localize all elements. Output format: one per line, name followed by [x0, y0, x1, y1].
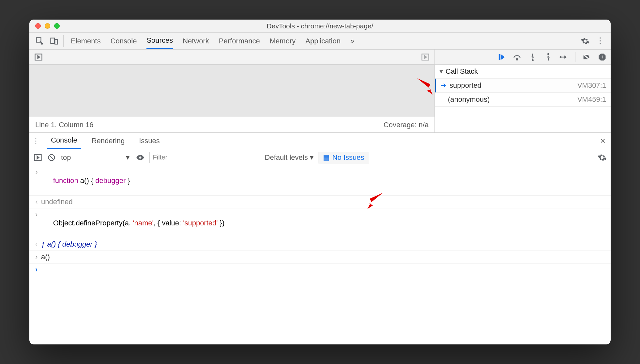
svg-point-9	[560, 56, 562, 58]
console-sidebar-toggle-icon[interactable]	[33, 153, 42, 162]
chevron-down-icon: ▾	[310, 153, 313, 162]
chevron-down-icon: ▾	[126, 153, 130, 162]
svg-point-6	[516, 58, 518, 60]
clear-console-icon[interactable]	[47, 153, 56, 162]
disclosure-triangle-icon: ▾	[439, 67, 443, 76]
svg-point-8	[547, 53, 549, 55]
kebab-menu-icon[interactable]: ⋮	[596, 37, 605, 46]
step-out-icon[interactable]	[544, 53, 553, 62]
tab-sources[interactable]: Sources	[146, 33, 173, 49]
drawer-tab-rendering[interactable]: Rendering	[88, 133, 129, 149]
settings-gear-icon[interactable]	[581, 37, 590, 46]
step-into-icon[interactable]	[528, 53, 537, 62]
drawer-kebab-icon[interactable]: ⋮	[31, 136, 40, 145]
drawer-close-icon[interactable]: ×	[600, 136, 605, 146]
coverage-status: Coverage: n/a	[384, 121, 429, 129]
tab-performance[interactable]: Performance	[219, 33, 260, 49]
tab-console[interactable]: Console	[111, 33, 137, 49]
resume-icon[interactable]	[497, 53, 506, 62]
filter-placeholder: Filter	[153, 154, 167, 161]
tab-application[interactable]: Application	[305, 33, 341, 49]
debugger-toolbar	[435, 50, 611, 65]
console-input-line: › a()	[29, 251, 611, 264]
traffic-minimize-icon[interactable]	[45, 23, 50, 29]
tab-network[interactable]: Network	[183, 33, 209, 49]
console-prompt-line[interactable]: ›	[29, 264, 611, 276]
issues-chip[interactable]: ▤ No Issues	[318, 152, 369, 163]
deactivate-breakpoints-icon[interactable]	[582, 53, 591, 62]
step-icon[interactable]	[559, 53, 569, 62]
traffic-zoom-icon[interactable]	[54, 23, 60, 29]
cursor-position: Line 1, Column 16	[35, 121, 94, 129]
execution-context-selector[interactable]: top ▾	[61, 153, 131, 162]
debugger-sidebar: ▾ Call Stack ➔ supported VM307:1 (anonym…	[434, 50, 611, 132]
pause-exceptions-icon[interactable]	[598, 53, 607, 62]
stack-frame-source: VM459:1	[577, 95, 606, 104]
step-over-icon[interactable]	[512, 53, 522, 62]
svg-rect-2	[55, 39, 57, 44]
context-label: top	[61, 153, 71, 162]
svg-rect-10	[602, 55, 602, 58]
sources-pane: Line 1, Column 16 Coverage: n/a	[29, 50, 611, 133]
devtools-tabbar: Elements Console Sources Network Perform…	[29, 33, 611, 50]
editor-status-bar: Line 1, Column 16 Coverage: n/a	[29, 117, 434, 132]
input-chevron-icon: ›	[32, 253, 41, 261]
console-output-line: ‹ ƒ a() { debugger }	[29, 238, 611, 251]
console-body[interactable]: › function a() { debugger } ‹ undefined …	[29, 166, 611, 276]
input-chevron-icon: ›	[32, 210, 41, 219]
console-settings-gear-icon[interactable]	[598, 153, 607, 162]
current-frame-arrow-icon: ➔	[440, 81, 446, 90]
levels-label: Default levels	[265, 153, 308, 162]
call-stack-title: Call Stack	[446, 67, 478, 76]
output-chevron-icon: ‹	[32, 198, 41, 206]
svg-rect-1	[51, 38, 55, 43]
stack-frame-name: (anonymous)	[448, 95, 490, 104]
svg-point-7	[532, 59, 534, 61]
input-chevron-icon: ›	[32, 168, 41, 176]
editor-toolbar	[29, 50, 434, 65]
drawer-tab-console[interactable]: Console	[47, 133, 81, 149]
window-title: DevTools - chrome://new-tab-page/	[29, 22, 611, 30]
traffic-close-icon[interactable]	[35, 23, 41, 29]
show-navigator-icon[interactable]	[34, 53, 43, 62]
drawer-tabbar: ⋮ Console Rendering Issues ×	[29, 133, 611, 149]
editor-body-empty	[29, 65, 434, 117]
debugger-sections: ▾ Call Stack ➔ supported VM307:1 (anonym…	[435, 65, 611, 107]
console-filter-input[interactable]: Filter	[149, 152, 260, 163]
svg-rect-5	[499, 54, 500, 60]
prompt-chevron-icon: ›	[32, 265, 41, 274]
issues-chip-icon: ▤	[323, 153, 330, 162]
live-expression-eye-icon[interactable]	[136, 153, 145, 162]
device-toggle-icon[interactable]	[50, 37, 59, 46]
issues-chip-label: No Issues	[332, 153, 364, 162]
drawer-tab-issues[interactable]: Issues	[135, 133, 164, 149]
stack-frame[interactable]: (anonymous) VM459:1	[435, 93, 611, 107]
console-output-line: ‹ undefined	[29, 196, 611, 208]
output-chevron-icon: ‹	[32, 240, 41, 249]
tabs-overflow[interactable]: »	[350, 33, 354, 49]
tab-memory[interactable]: Memory	[270, 33, 296, 49]
log-levels-selector[interactable]: Default levels ▾	[265, 153, 313, 162]
stack-frame-current[interactable]: ➔ supported VM307:1	[435, 79, 611, 93]
console-toolbar: top ▾ Filter Default levels ▾ ▤ No Issue…	[29, 149, 611, 166]
show-debugger-icon[interactable]	[421, 53, 430, 62]
console-input-line: › Object.defineProperty(a, 'name', { val…	[29, 208, 611, 238]
stack-frame-name: supported	[450, 81, 481, 90]
main-tabs: Elements Console Sources Network Perform…	[71, 33, 354, 49]
inspect-element-icon[interactable]	[35, 37, 44, 46]
call-stack-header[interactable]: ▾ Call Stack	[435, 65, 611, 79]
tab-elements[interactable]: Elements	[71, 33, 101, 49]
svg-point-14	[139, 156, 141, 159]
stack-frame-source: VM307:1	[577, 81, 606, 90]
window-titlebar: DevTools - chrome://new-tab-page/	[29, 20, 611, 33]
console-input-line: › function a() { debugger }	[29, 166, 611, 196]
svg-rect-11	[602, 58, 602, 59]
